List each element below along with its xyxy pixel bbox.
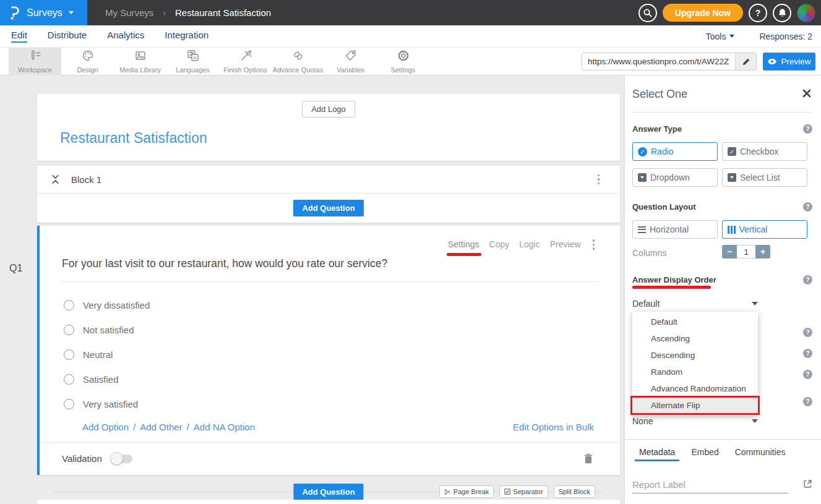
edit-options-in-bulk-link[interactable]: Edit Options in Bulk	[513, 422, 594, 432]
radio-icon[interactable]	[64, 374, 74, 385]
add-na-option-link[interactable]: Add NA Option	[194, 422, 255, 432]
toolbar-item-advance-quotas[interactable]: Advance Quotas	[272, 48, 324, 75]
answer-type-dropdown-button[interactable]: Dropdown	[632, 168, 718, 187]
svg-text:A: A	[193, 55, 197, 61]
tab-edit[interactable]: Edit	[11, 30, 27, 43]
help-icon[interactable]: ?	[803, 397, 812, 406]
toolbar-item-languages[interactable]: A Languages	[166, 48, 219, 75]
validation-toggle[interactable]	[111, 455, 132, 463]
add-logo-button[interactable]: Add Logo	[302, 101, 355, 117]
survey-nav-right: Tools Responses: 2	[706, 32, 821, 41]
help-icon[interactable]: ?	[803, 275, 812, 284]
question-tab-preview[interactable]: Preview	[550, 239, 581, 249]
tab-analytics[interactable]: Analytics	[107, 30, 144, 43]
add-question-button[interactable]: Add Question	[293, 484, 363, 500]
validation-label: Validation	[62, 453, 102, 464]
toolbar-item-media-library[interactable]: Media Library	[114, 48, 166, 75]
add-option-link[interactable]: Add Option	[82, 422, 129, 432]
answer-display-order-select[interactable]: Default	[632, 299, 660, 309]
answer-display-order-menu: Default Ascending Descending Random Adva…	[632, 312, 758, 416]
checkbox-icon	[504, 489, 510, 495]
topbar-actions: Upgrade Now ?	[638, 4, 821, 22]
help-button[interactable]: ?	[749, 4, 767, 22]
toolbar-item-workspace[interactable]: Workspace	[9, 48, 61, 75]
tools-dropdown[interactable]: Tools	[706, 32, 735, 41]
add-question-button[interactable]: Add Question	[293, 200, 363, 216]
search-button[interactable]	[638, 4, 657, 22]
answer-type-checkbox-button[interactable]: ✓ Checkbox	[722, 142, 807, 161]
block-menu-icon[interactable]	[596, 173, 602, 187]
question-text[interactable]: For your last visit to our restaurant, h…	[62, 257, 387, 270]
external-link-icon	[803, 479, 812, 489]
option-row: Satisfied	[64, 367, 150, 391]
panel-divider	[632, 112, 810, 113]
help-icon[interactable]: ?	[803, 370, 812, 379]
palette-icon	[81, 49, 95, 65]
question-tab-settings[interactable]: Settings	[448, 239, 479, 249]
responses-count[interactable]: Responses: 2	[759, 32, 812, 41]
columns-increment-button[interactable]: +	[755, 245, 770, 258]
notifications-button[interactable]	[773, 4, 791, 22]
tab-metadata[interactable]: Metadata	[639, 447, 675, 457]
gear-icon	[397, 49, 410, 65]
menu-item-ascending[interactable]: Ascending	[632, 330, 758, 347]
tab-embed[interactable]: Embed	[691, 447, 718, 457]
none-select[interactable]: None	[632, 416, 653, 426]
toolbar-item-variables[interactable]: Variables	[324, 48, 377, 75]
expand-report-label-button[interactable]	[803, 479, 812, 489]
toolbar-item-design[interactable]: Design	[61, 48, 114, 75]
columns-label: Columns	[632, 248, 666, 258]
breadcrumb-parent[interactable]: My Surveys	[105, 7, 153, 18]
bell-icon	[778, 8, 787, 18]
toolbar-item-finish-options[interactable]: Finish Options	[219, 48, 272, 75]
layout-horizontal-button[interactable]: Horizontal	[632, 220, 718, 239]
menu-item-descending[interactable]: Descending	[632, 347, 758, 364]
tab-integration[interactable]: Integration	[165, 30, 208, 43]
answer-type-select-list-button[interactable]: Select List	[722, 168, 807, 187]
page-break-button[interactable]: Page Break	[439, 485, 494, 498]
split-block-button[interactable]: Split Block	[554, 485, 595, 498]
survey-url-input[interactable]	[582, 53, 735, 70]
block-label[interactable]: Block 1	[71, 174, 101, 185]
breadcrumb-separator: ›	[163, 8, 166, 18]
preview-button[interactable]: Preview	[763, 53, 815, 70]
menu-item-advanced-randomization[interactable]: Advanced Randomization	[632, 380, 758, 397]
toolbar-item-settings[interactable]: Settings	[377, 48, 429, 75]
help-icon[interactable]: ?	[803, 124, 812, 134]
help-icon[interactable]: ?	[803, 202, 812, 211]
columns-decrement-button[interactable]: −	[722, 245, 737, 258]
product-menu[interactable]: Surveys	[0, 0, 87, 25]
help-icon[interactable]: ?	[803, 328, 812, 337]
radio-icon[interactable]	[64, 325, 74, 335]
menu-item-alternate-flip[interactable]: Alternate Flip	[632, 397, 758, 414]
question-tab-logic[interactable]: Logic	[519, 239, 539, 249]
radio-icon[interactable]	[64, 399, 74, 409]
radio-icon[interactable]	[64, 300, 74, 310]
block-add-question-row: Add Question	[37, 194, 620, 222]
chain-link-icon	[291, 49, 305, 65]
layout-vertical-button[interactable]: Vertical	[722, 220, 807, 239]
upgrade-now-button[interactable]: Upgrade Now	[663, 4, 743, 22]
close-panel-button[interactable]	[802, 89, 811, 98]
user-avatar[interactable]	[797, 4, 815, 22]
edit-url-button[interactable]	[735, 53, 756, 70]
question-tab-copy[interactable]: Copy	[489, 239, 510, 249]
radio-icon[interactable]	[64, 349, 74, 360]
help-icon[interactable]: ?	[803, 349, 812, 358]
columns-value[interactable]: 1	[737, 245, 755, 258]
separator-button[interactable]: Separator	[499, 485, 548, 498]
report-label-input[interactable]	[632, 477, 788, 493]
answer-type-radio-button[interactable]: ✓ Radio	[632, 142, 718, 161]
tab-communities[interactable]: Communities	[735, 447, 786, 457]
menu-item-default[interactable]: Default	[632, 314, 758, 330]
collapse-block-icon[interactable]	[51, 174, 60, 185]
menu-item-random[interactable]: Random	[632, 364, 758, 380]
answer-options: Very dissatisfied Not satisfied Neutral …	[64, 293, 150, 416]
breadcrumb: My Surveys › Restaurant Satisfaction	[105, 7, 271, 18]
add-other-link[interactable]: Add Other	[140, 422, 182, 432]
survey-title[interactable]: Restaurant Satisfaction	[60, 130, 207, 147]
delete-question-icon[interactable]	[584, 453, 593, 464]
tab-distribute[interactable]: Distribute	[48, 30, 87, 43]
question-menu-icon[interactable]	[591, 237, 597, 252]
chevron-down-icon	[752, 419, 758, 423]
